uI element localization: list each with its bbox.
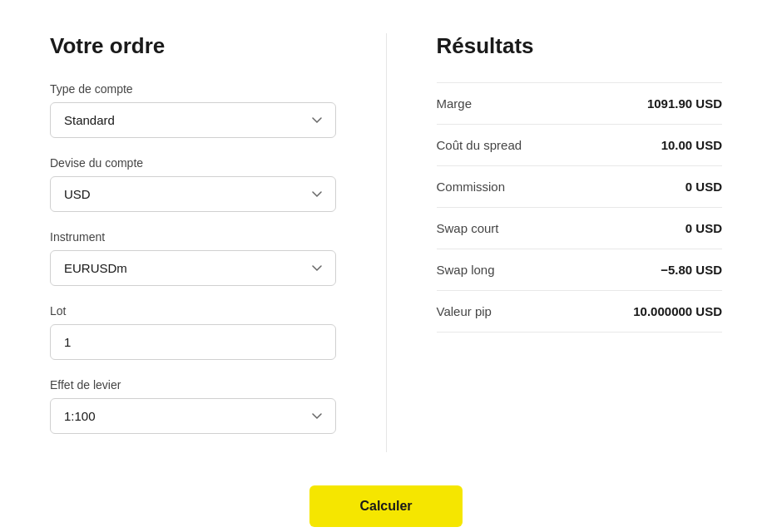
- instrument-group: Instrument EURUSDm EURUSD GBPUSD USDJPY: [50, 230, 336, 286]
- page-container: Votre ordre Type de compte Standard ECN …: [0, 0, 772, 532]
- result-value-spread: 10.00 USD: [661, 138, 722, 152]
- lot-input[interactable]: [50, 324, 336, 360]
- account-currency-select[interactable]: USD EUR GBP: [50, 176, 336, 212]
- result-value-swap-long: −5.80 USD: [661, 263, 722, 277]
- bottom-section: Calculer: [50, 452, 722, 527]
- instrument-label: Instrument: [50, 230, 336, 244]
- result-label-spread: Coût du spread: [437, 138, 522, 152]
- account-type-label: Type de compte: [50, 82, 336, 96]
- leverage-select[interactable]: 1:100 1:50 1:200 1:500: [50, 398, 336, 434]
- main-content: Votre ordre Type de compte Standard ECN …: [50, 33, 722, 452]
- lot-group: Lot: [50, 304, 336, 360]
- result-row-marge: Marge 1091.90 USD: [437, 82, 723, 125]
- result-value-marge: 1091.90 USD: [647, 96, 722, 111]
- leverage-label: Effet de levier: [50, 378, 336, 392]
- leverage-group: Effet de levier 1:100 1:50 1:200 1:500: [50, 378, 336, 434]
- result-row-swap-court: Swap court 0 USD: [437, 208, 723, 249]
- result-value-commission: 0 USD: [685, 180, 722, 194]
- result-value-swap-court: 0 USD: [685, 221, 722, 235]
- result-row-commission: Commission 0 USD: [437, 166, 723, 208]
- left-panel-title: Votre ordre: [50, 33, 336, 59]
- account-type-group: Type de compte Standard ECN Pro: [50, 82, 336, 138]
- lot-label: Lot: [50, 304, 336, 318]
- result-value-valeur-pip: 10.000000 USD: [633, 304, 722, 318]
- result-row-swap-long: Swap long −5.80 USD: [437, 249, 723, 291]
- calculate-button[interactable]: Calculer: [309, 485, 462, 527]
- account-currency-label: Devise du compte: [50, 156, 336, 170]
- results-table: Marge 1091.90 USD Coût du spread 10.00 U…: [437, 82, 723, 332]
- result-label-valeur-pip: Valeur pip: [437, 304, 492, 318]
- result-row-valeur-pip: Valeur pip 10.000000 USD: [437, 291, 723, 332]
- result-label-commission: Commission: [437, 180, 506, 194]
- result-label-swap-court: Swap court: [437, 221, 499, 235]
- result-label-swap-long: Swap long: [437, 263, 495, 277]
- result-row-spread: Coût du spread 10.00 USD: [437, 125, 723, 166]
- account-type-select[interactable]: Standard ECN Pro: [50, 102, 336, 138]
- right-panel: Résultats Marge 1091.90 USD Coût du spre…: [387, 33, 723, 452]
- left-panel: Votre ordre Type de compte Standard ECN …: [50, 33, 387, 452]
- instrument-select[interactable]: EURUSDm EURUSD GBPUSD USDJPY: [50, 250, 336, 286]
- result-label-marge: Marge: [437, 96, 473, 111]
- account-currency-group: Devise du compte USD EUR GBP: [50, 156, 336, 212]
- results-title: Résultats: [437, 33, 723, 59]
